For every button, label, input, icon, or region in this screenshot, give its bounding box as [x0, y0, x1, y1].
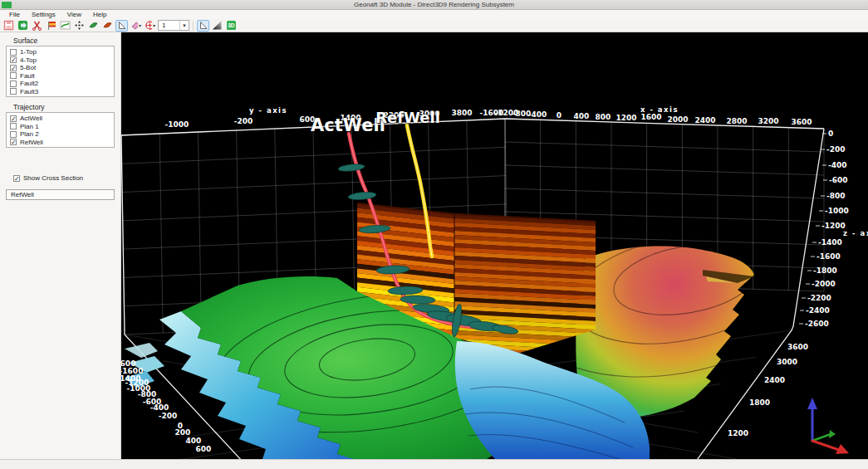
well-label-actwell: ActWell	[311, 115, 385, 135]
ruler-button[interactable]	[115, 20, 128, 32]
save-icon	[3, 20, 14, 31]
surface-item-5-bot[interactable]: ✓5-Bot	[8, 64, 114, 72]
cut-icon	[32, 20, 42, 31]
pan-points-button[interactable]	[73, 20, 86, 32]
well-target-dropdown-caret[interactable]: ▾	[153, 22, 155, 28]
trajectory-list-padding	[0, 148, 120, 166]
axis-tick-label: 1800	[749, 398, 770, 407]
surface-item-fault[interactable]: Fault	[8, 72, 114, 81]
surface-item-fault2[interactable]: Fault2	[8, 80, 114, 88]
well-target-button[interactable]: ▾	[144, 20, 156, 32]
axis-tick-label: -1800	[813, 266, 837, 275]
surface-item-4-top[interactable]: ✓4-Top	[8, 56, 114, 65]
toolbar-separator	[193, 21, 194, 31]
main-area: Surface 1-Top✓4-Top✓5-BotFaultFault2Faul…	[0, 32, 868, 459]
axis-tick-label: -2600	[121, 359, 135, 368]
axis-tick-label: 2400	[694, 116, 715, 125]
gradient-fill-icon	[212, 20, 223, 31]
axis-tick-label: 400	[186, 437, 202, 445]
save-button[interactable]	[2, 20, 15, 32]
checkbox[interactable]	[10, 88, 17, 95]
axis-tick-label: -200	[826, 145, 846, 154]
view-select-combo[interactable]: 1 ▼	[158, 20, 189, 31]
reference-well-field[interactable]: RefWell	[6, 189, 115, 200]
curve-button[interactable]	[59, 20, 71, 32]
checkbox[interactable]	[10, 131, 17, 138]
flag-icon	[46, 20, 56, 31]
checkbox[interactable]: ✓	[10, 65, 17, 71]
checkbox[interactable]: ✓	[10, 139, 17, 145]
show-cross-section-checkbox[interactable]: ✓ Show Cross Section	[12, 174, 120, 183]
show-cross-section-label: Show Cross Section	[23, 174, 83, 182]
surface-green-icon	[88, 20, 99, 31]
surface-red-icon	[102, 20, 113, 31]
ruler-2-icon	[198, 20, 208, 31]
trajectory-group-label: Trajectory	[13, 103, 120, 111]
axis-tick-label: 3600	[787, 343, 808, 351]
menu-help[interactable]: Help	[87, 11, 112, 18]
window-title: Geonaft 3D Module - Direct3D9 Rendering …	[0, 0, 868, 10]
chevron-down-icon[interactable]: ▼	[179, 21, 189, 30]
axis-tick-label: -1200	[821, 222, 846, 230]
svg-text:3D: 3D	[228, 22, 235, 28]
checkbox[interactable]	[10, 81, 17, 87]
checkbox-label: Plan 2	[20, 130, 39, 138]
3d-scene[interactable]: -1000-2006001400220030003800-1600-1200-8…	[121, 32, 868, 459]
axis-tick-label: 3800	[451, 109, 472, 117]
axis-tick-label: 3600	[791, 118, 812, 126]
axis-title: y - axis	[249, 106, 287, 115]
axis-tick-label: -2000	[812, 280, 836, 288]
axis-tick-label: -600	[829, 176, 848, 184]
menu-settings[interactable]: Settings	[26, 11, 61, 18]
ruler-2-button[interactable]	[197, 20, 209, 32]
surface-red-button[interactable]	[101, 20, 114, 32]
menu-bar: FileSettingsViewHelp	[0, 10, 868, 19]
trajectory-list: ✓ActWellPlan 1Plan 2✓RefWell	[6, 112, 115, 148]
render-3d-button[interactable]: 3D	[225, 20, 238, 32]
axis-tick-label: -200	[159, 412, 178, 420]
gradient-fill-button[interactable]	[211, 20, 223, 32]
checkbox[interactable]	[10, 72, 17, 79]
checkbox-label: Fault	[20, 72, 35, 80]
axis-tick-label: 1600	[640, 113, 661, 121]
eraser-dropdown-caret[interactable]: ▾	[139, 22, 141, 28]
axis-tick-label: 2400	[764, 376, 785, 384]
axis-tick-label: 3200	[758, 117, 778, 125]
trajectory-item-plan-1[interactable]: Plan 1	[8, 123, 114, 131]
surface-item-1-top[interactable]: 1-Top	[8, 48, 114, 56]
checkbox-label: Fault2	[20, 80, 38, 87]
checkbox[interactable]: ✓	[10, 56, 17, 63]
eraser-button[interactable]: ▾	[130, 20, 142, 32]
checkbox-label: ActWell	[20, 115, 42, 122]
import-surface-icon	[17, 20, 28, 31]
axis-tick-label: -400	[528, 110, 547, 119]
axis-tick-label: 3000	[777, 358, 797, 366]
checkbox-label: 5-Bot	[20, 64, 36, 71]
axis-tick-label: -400	[828, 161, 847, 169]
axis-tick-label: -1400	[818, 238, 842, 247]
checkbox-label: Fault3	[20, 88, 38, 95]
checkbox[interactable]	[10, 49, 17, 56]
cross-section-shade	[454, 214, 596, 353]
cut-button[interactable]	[31, 20, 43, 32]
checkbox-label: RefWell	[20, 139, 43, 146]
menu-view[interactable]: View	[61, 11, 87, 18]
trajectory-item-plan-2[interactable]: Plan 2	[8, 130, 114, 139]
checkbox[interactable]: ✓	[13, 175, 20, 182]
eraser-icon	[130, 20, 138, 31]
menu-file[interactable]: File	[3, 11, 26, 18]
axis-tick-label: -2200	[807, 294, 831, 302]
flag-button[interactable]	[45, 20, 57, 32]
viewport-3d[interactable]: -1000-2006001400220030003800-1600-1200-8…	[121, 32, 868, 459]
surface-green-button[interactable]	[87, 20, 100, 32]
trajectory-item-refwell[interactable]: ✓RefWell	[8, 139, 114, 147]
well-target-icon	[145, 20, 152, 31]
surface-item-fault3[interactable]: Fault3	[8, 88, 114, 96]
import-surface-button[interactable]	[17, 20, 29, 32]
trajectory-item-actwell[interactable]: ✓ActWell	[8, 115, 114, 123]
axis-tick-label: 800	[596, 113, 611, 121]
axis-tick-label: -2600	[805, 320, 829, 328]
well-label-refwell: RefWell	[375, 109, 440, 126]
checkbox[interactable]	[10, 123, 17, 129]
checkbox[interactable]: ✓	[10, 115, 17, 122]
